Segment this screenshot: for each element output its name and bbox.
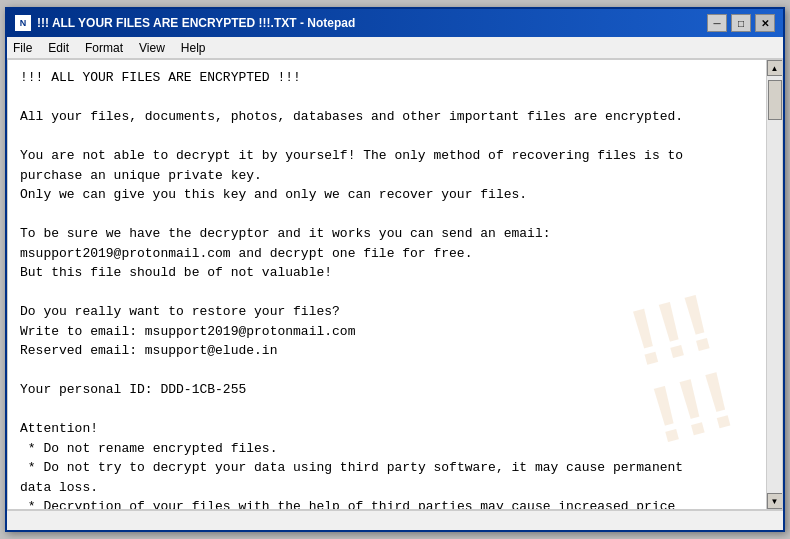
- menu-view[interactable]: View: [139, 41, 165, 55]
- window-title: !!! ALL YOUR FILES ARE ENCRYPTED !!!.TXT…: [37, 16, 355, 30]
- menu-file[interactable]: File: [13, 41, 32, 55]
- content-area: !!! ALL YOUR FILES ARE ENCRYPTED !!! All…: [7, 59, 783, 510]
- scrollbar[interactable]: ▲ ▼: [766, 60, 782, 509]
- menu-bar: File Edit Format View Help: [7, 37, 783, 59]
- maximize-button[interactable]: □: [731, 14, 751, 32]
- scrollbar-up-arrow[interactable]: ▲: [767, 60, 783, 76]
- menu-help[interactable]: Help: [181, 41, 206, 55]
- minimize-button[interactable]: ─: [707, 14, 727, 32]
- scrollbar-thumb[interactable]: [768, 80, 782, 120]
- app-icon-letter: N: [20, 18, 27, 28]
- close-button[interactable]: ✕: [755, 14, 775, 32]
- status-bar: [7, 510, 783, 530]
- menu-edit[interactable]: Edit: [48, 41, 69, 55]
- menu-format[interactable]: Format: [85, 41, 123, 55]
- title-bar: N !!! ALL YOUR FILES ARE ENCRYPTED !!!.T…: [7, 9, 783, 37]
- scrollbar-track[interactable]: [767, 76, 782, 493]
- title-bar-controls: ─ □ ✕: [707, 14, 775, 32]
- notepad-window: N !!! ALL YOUR FILES ARE ENCRYPTED !!!.T…: [5, 7, 785, 532]
- app-icon: N: [15, 15, 31, 31]
- scrollbar-down-arrow[interactable]: ▼: [767, 493, 783, 509]
- title-bar-left: N !!! ALL YOUR FILES ARE ENCRYPTED !!!.T…: [15, 15, 355, 31]
- text-editor[interactable]: !!! ALL YOUR FILES ARE ENCRYPTED !!! All…: [8, 60, 766, 509]
